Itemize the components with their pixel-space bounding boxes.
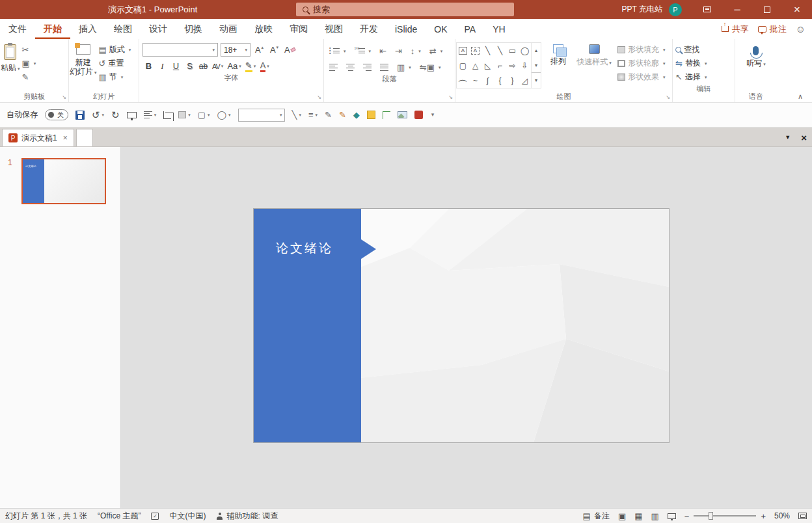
character-spacing-button[interactable]: AV▾ [211,59,224,73]
slideshow-view-button[interactable] [668,513,676,519]
corner-shape-icon[interactable]: ⌐ [498,62,502,70]
editing-canvas[interactable]: 论文绪论 [121,147,812,508]
tab-draw[interactable]: 绘图 [105,19,141,39]
zoom-level[interactable]: 50% [774,511,790,520]
close-button[interactable]: × [782,0,812,19]
align-right-button[interactable] [361,60,373,74]
curve-icon[interactable]: ~ [473,77,478,85]
shapes-gallery[interactable]: A A ╲ ╲ ▭ ◯ ▢ △ ◺ ⌐ ⇨ ⇩ ( ~ ∫ [456,42,541,88]
bullets-button[interactable]: ▾ [327,44,348,58]
oval-icon[interactable]: ◯ [521,47,529,55]
slide-blue-band[interactable]: 论文绪论 [254,209,361,442]
text-highlight-button[interactable]: ✎▾ [244,59,257,73]
arrow-down-icon[interactable]: ⇩ [521,62,528,70]
text-box-icon[interactable]: A [459,47,467,55]
tab-insert[interactable]: 插入 [70,19,105,39]
style-combo[interactable]: ▾ [238,109,285,122]
slide-thumbnail-1[interactable]: 论文绪论 [21,158,106,204]
align-center-button[interactable] [344,60,357,74]
freeform-icon[interactable]: ◿ [522,77,528,85]
align-left-button[interactable] [327,60,340,74]
paste-button[interactable]: 粘贴▾ [1,40,20,74]
theme-name[interactable]: “Office 主题” [98,511,141,522]
line-icon[interactable]: ╲ [485,47,490,55]
decrease-indent-button[interactable]: ⇤ [377,44,388,58]
save-button[interactable] [75,111,85,120]
tab-design[interactable]: 设计 [141,19,176,39]
numbering-button[interactable]: ▾ [353,44,373,58]
tab-file[interactable]: 文件 [0,19,35,39]
arrange-button[interactable]: 排列 [544,40,573,66]
zoom-in-button[interactable]: + [761,511,766,521]
zoom-slider-handle[interactable] [709,512,713,520]
line-arrow-icon[interactable]: ╲ [498,47,502,55]
triangle-icon[interactable]: △ [472,62,478,70]
layout-button[interactable]: ▤版式▾ [97,43,133,57]
reset-button[interactable]: ↺重置 [97,57,133,70]
section-button[interactable]: ▥节▾ [97,70,133,84]
brace-right-icon[interactable]: } [511,77,513,85]
new-document-tab[interactable] [76,129,93,146]
tab-pa[interactable]: PA [455,19,484,39]
collapse-ribbon-icon[interactable]: ∧ [798,92,803,101]
shapes-scroll-down-icon[interactable]: ▾ [532,58,541,73]
bold-button[interactable]: B [142,59,155,73]
increase-indent-button[interactable]: ⇥ [393,44,404,58]
start-slideshow-button[interactable] [127,112,137,118]
accessibility-checker[interactable]: 辅助功能: 调查 [216,511,278,522]
highlight-color-button[interactable] [367,111,375,119]
right-triangle-icon[interactable]: ◺ [485,62,491,70]
font-color-button[interactable]: A▾ [258,59,271,73]
notes-button[interactable]: ▤备注 [583,511,610,522]
vertical-text-box-icon[interactable]: A [471,47,480,55]
slide-sorter-view-button[interactable]: ▦ [634,512,642,520]
language-indicator[interactable]: 中文(中国) [169,511,206,522]
undo-button[interactable]: ↺▾ [92,110,104,120]
shading-button[interactable]: ▾ [178,111,191,118]
tab-bar-close-icon[interactable]: × [801,132,807,143]
connector-button[interactable] [383,111,390,119]
paragraph-dialog-launcher[interactable]: ↘ [448,94,453,100]
grow-font-button[interactable]: A▴ [253,43,265,57]
red-shape-button[interactable] [414,111,423,119]
slide-title-text[interactable]: 论文绪论 [276,239,333,258]
rounded-rectangle-icon[interactable]: ▢ [459,62,467,70]
strikethrough-button[interactable]: ab [197,59,210,73]
account-name[interactable]: PPT 充电站 [622,4,662,15]
search-box[interactable]: 搜索 [296,3,514,16]
tab-review[interactable]: 审阅 [281,19,316,39]
arc-icon[interactable]: ( [462,77,465,85]
shapes-button[interactable]: ▢▾ [198,111,210,119]
text-direction-button[interactable]: ⇄▾ [427,44,444,58]
comments-button[interactable]: 批注 [758,23,787,35]
replace-button[interactable]: ⇋替换▾ [673,57,734,70]
minimize-button[interactable]: ─ [722,0,752,19]
format-painter-button[interactable]: ✎ [20,70,38,84]
maximize-button[interactable] [752,0,782,19]
rectangle-icon[interactable]: ▭ [509,47,516,55]
drawing-dialog-launcher[interactable]: ↘ [666,94,670,100]
slide-1[interactable]: 论文绪论 [253,208,670,443]
document-tab-close-icon[interactable]: × [63,133,68,142]
text-shadow-button[interactable]: S [183,59,196,73]
shape-fill-button[interactable]: 形状填充▾ [616,43,668,57]
tab-slideshow[interactable]: 放映 [246,19,281,39]
redo-button[interactable]: ↻ [111,110,120,120]
font-size-combo[interactable]: 18+▾ [221,43,250,57]
tab-transitions[interactable]: 切换 [176,19,211,39]
italic-button[interactable]: I [156,59,169,73]
find-button[interactable]: 查找 [673,43,734,57]
scribble-icon[interactable]: ∫ [487,77,489,85]
tab-view[interactable]: 视图 [316,19,351,39]
slide-arrow-shape[interactable] [361,239,376,259]
columns-button[interactable]: ▥▾ [395,60,413,74]
underline-button[interactable]: U [170,59,182,73]
spell-check-button[interactable]: ✓ [151,513,159,520]
tab-ok[interactable]: OK [426,19,455,39]
copy-button[interactable]: ▣▾ [20,57,38,70]
line-weight-button[interactable]: ≡▾ [308,111,318,119]
justify-button[interactable] [378,60,390,74]
shape-outline-button[interactable]: 形状轮廓▾ [616,57,668,70]
line-spacing-button[interactable]: ↕▾ [409,44,423,58]
insert-picture-button[interactable] [398,111,407,118]
